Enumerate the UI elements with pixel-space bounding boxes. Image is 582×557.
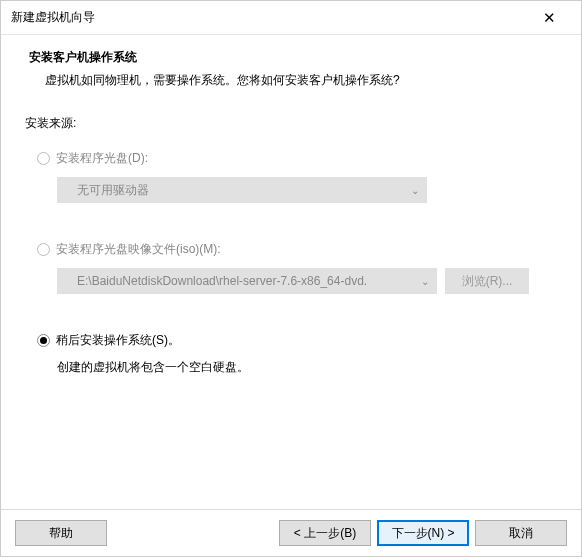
- back-label: < 上一步(B): [294, 525, 356, 542]
- back-button[interactable]: < 上一步(B): [279, 520, 371, 546]
- chevron-down-icon: ⌄: [421, 276, 429, 287]
- next-button[interactable]: 下一步(N) >: [377, 520, 469, 546]
- disc-subcontrol: 无可用驱动器 ⌄: [57, 177, 557, 203]
- option-iso-label: 安装程序光盘映像文件(iso)(M):: [56, 241, 221, 258]
- help-label: 帮助: [49, 525, 73, 542]
- footer: 帮助 < 上一步(B) 下一步(N) > 取消: [1, 509, 581, 556]
- iso-path-text: E:\BaiduNetdiskDownload\rhel-server-7.6-…: [77, 274, 367, 288]
- radio-disc[interactable]: [37, 152, 50, 165]
- content-area: 安装来源: 安装程序光盘(D): 无可用驱动器 ⌄ 安装程序光盘映像文件(iso…: [1, 105, 581, 509]
- browse-button[interactable]: 浏览(R)...: [445, 268, 529, 294]
- wizard-header: 安装客户机操作系统 虚拟机如同物理机，需要操作系统。您将如何安装客户机操作系统?: [1, 35, 581, 105]
- option-disc-group: 安装程序光盘(D): 无可用驱动器 ⌄: [25, 150, 557, 203]
- close-icon: ✕: [543, 9, 556, 27]
- close-button[interactable]: ✕: [529, 4, 569, 32]
- browse-label: 浏览(R)...: [462, 273, 513, 290]
- next-label: 下一步(N) >: [392, 525, 455, 542]
- header-description: 虚拟机如同物理机，需要操作系统。您将如何安装客户机操作系统?: [29, 72, 561, 89]
- radio-later[interactable]: [37, 334, 50, 347]
- cancel-button[interactable]: 取消: [475, 520, 567, 546]
- header-title: 安装客户机操作系统: [29, 49, 561, 66]
- option-later-group: 稍后安装操作系统(S)。 创建的虚拟机将包含一个空白硬盘。: [25, 332, 557, 376]
- option-disc-label: 安装程序光盘(D):: [56, 150, 148, 167]
- iso-subcontrol: E:\BaiduNetdiskDownload\rhel-server-7.6-…: [57, 268, 557, 294]
- cancel-label: 取消: [509, 525, 533, 542]
- help-button[interactable]: 帮助: [15, 520, 107, 546]
- chevron-down-icon: ⌄: [411, 185, 419, 196]
- radio-iso[interactable]: [37, 243, 50, 256]
- disc-drive-text: 无可用驱动器: [77, 182, 149, 199]
- later-note: 创建的虚拟机将包含一个空白硬盘。: [57, 359, 557, 376]
- option-iso-row[interactable]: 安装程序光盘映像文件(iso)(M):: [25, 241, 557, 258]
- wizard-window: 新建虚拟机向导 ✕ 安装客户机操作系统 虚拟机如同物理机，需要操作系统。您将如何…: [0, 0, 582, 557]
- titlebar: 新建虚拟机向导 ✕: [1, 1, 581, 35]
- option-later-row[interactable]: 稍后安装操作系统(S)。: [25, 332, 557, 349]
- window-title: 新建虚拟机向导: [11, 9, 95, 26]
- install-source-label: 安装来源:: [25, 115, 557, 132]
- iso-path-dropdown[interactable]: E:\BaiduNetdiskDownload\rhel-server-7.6-…: [57, 268, 437, 294]
- option-disc-row[interactable]: 安装程序光盘(D):: [25, 150, 557, 167]
- option-later-label: 稍后安装操作系统(S)。: [56, 332, 180, 349]
- disc-drive-dropdown[interactable]: 无可用驱动器 ⌄: [57, 177, 427, 203]
- option-iso-group: 安装程序光盘映像文件(iso)(M): E:\BaiduNetdiskDownl…: [25, 241, 557, 294]
